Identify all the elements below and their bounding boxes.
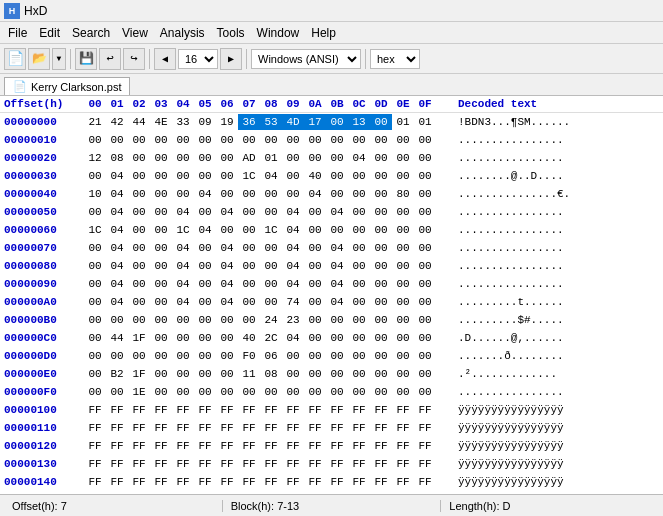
hex-byte[interactable]: 40 xyxy=(238,330,260,346)
hex-byte[interactable]: FF xyxy=(392,402,414,418)
hex-byte[interactable]: 00 xyxy=(84,330,106,346)
hex-byte[interactable]: 00 xyxy=(106,132,128,148)
hex-byte[interactable]: FF xyxy=(106,474,128,490)
hex-byte[interactable]: FF xyxy=(392,420,414,436)
hex-byte[interactable]: 00 xyxy=(414,366,436,382)
hex-byte[interactable]: 00 xyxy=(282,168,304,184)
hex-byte[interactable]: 00 xyxy=(194,204,216,220)
hex-byte[interactable]: FF xyxy=(304,456,326,472)
hex-byte[interactable]: FF xyxy=(326,420,348,436)
hex-byte[interactable]: 00 xyxy=(216,186,238,202)
hex-byte[interactable]: 53 xyxy=(260,114,282,130)
table-row[interactable]: 0000002012080000000000AD0100000004000000… xyxy=(0,149,663,167)
hex-byte[interactable]: 10 xyxy=(84,186,106,202)
hex-byte[interactable]: 00 xyxy=(238,384,260,400)
hex-byte[interactable]: 00 xyxy=(370,276,392,292)
hex-byte[interactable]: FF xyxy=(216,420,238,436)
hex-byte[interactable]: 00 xyxy=(128,348,150,364)
hex-byte[interactable]: 00 xyxy=(348,384,370,400)
hex-byte[interactable]: 00 xyxy=(216,348,238,364)
menu-view[interactable]: View xyxy=(116,24,154,42)
hex-byte[interactable]: 00 xyxy=(172,312,194,328)
hex-byte[interactable]: 00 xyxy=(150,348,172,364)
hex-byte[interactable]: FF xyxy=(216,456,238,472)
hex-byte[interactable]: FF xyxy=(194,402,216,418)
menu-edit[interactable]: Edit xyxy=(33,24,66,42)
hex-byte[interactable]: FF xyxy=(282,420,304,436)
hex-byte[interactable]: 00 xyxy=(150,258,172,274)
hex-byte[interactable]: FF xyxy=(84,402,106,418)
hex-byte[interactable]: 00 xyxy=(348,204,370,220)
hex-byte[interactable]: FF xyxy=(260,456,282,472)
table-row[interactable]: 000000E000B21F00000000110800000000000000… xyxy=(0,365,663,383)
hex-byte[interactable]: 00 xyxy=(238,312,260,328)
hex-byte[interactable]: 00 xyxy=(414,132,436,148)
hex-byte[interactable]: 00 xyxy=(348,366,370,382)
hex-byte[interactable]: 21 xyxy=(84,114,106,130)
encoding-select[interactable]: Windows (ANSI) UTF-8 xyxy=(251,49,361,69)
hex-byte[interactable]: 4D xyxy=(282,114,304,130)
table-row[interactable]: 00000120FFFFFFFFFFFFFFFFFFFFFFFFFFFFFFFF… xyxy=(0,437,663,455)
hex-byte[interactable]: 00 xyxy=(238,240,260,256)
hex-byte[interactable]: 00 xyxy=(392,366,414,382)
table-row[interactable]: 00000100FFFFFFFFFFFFFFFFFFFFFFFFFFFFFFFF… xyxy=(0,401,663,419)
hex-byte[interactable]: 00 xyxy=(172,366,194,382)
hex-byte[interactable]: 00 xyxy=(304,294,326,310)
hex-byte[interactable]: 00 xyxy=(392,348,414,364)
hex-byte[interactable]: 00 xyxy=(304,276,326,292)
hex-byte[interactable]: 00 xyxy=(348,132,370,148)
menu-tools[interactable]: Tools xyxy=(211,24,251,42)
hex-byte[interactable]: 00 xyxy=(414,348,436,364)
hex-byte[interactable]: 00 xyxy=(282,132,304,148)
hex-byte[interactable]: 1C xyxy=(238,168,260,184)
hex-byte[interactable]: 00 xyxy=(370,132,392,148)
hex-byte[interactable]: 00 xyxy=(260,258,282,274)
hex-byte[interactable]: 00 xyxy=(414,294,436,310)
hex-byte[interactable]: 04 xyxy=(216,276,238,292)
hex-byte[interactable]: 00 xyxy=(392,258,414,274)
hex-byte[interactable]: 00 xyxy=(282,384,304,400)
hex-byte[interactable]: 00 xyxy=(392,294,414,310)
hex-byte[interactable]: 00 xyxy=(216,384,238,400)
table-row[interactable]: 00000030000400000000001C0400400000000000… xyxy=(0,167,663,185)
hex-byte[interactable]: 00 xyxy=(392,312,414,328)
hex-byte[interactable]: 00 xyxy=(370,204,392,220)
menu-help[interactable]: Help xyxy=(305,24,342,42)
hex-byte[interactable]: FF xyxy=(392,438,414,454)
hex-byte[interactable]: FF xyxy=(414,474,436,490)
hex-byte[interactable]: 00 xyxy=(150,132,172,148)
hex-byte[interactable]: 04 xyxy=(172,258,194,274)
hex-byte[interactable]: FF xyxy=(348,438,370,454)
display-type-select[interactable]: hex dec xyxy=(370,49,420,69)
hex-byte[interactable]: 00 xyxy=(150,384,172,400)
hex-byte[interactable]: 00 xyxy=(282,348,304,364)
hex-byte[interactable]: 44 xyxy=(106,330,128,346)
hex-byte[interactable]: FF xyxy=(348,474,370,490)
hex-byte[interactable]: FF xyxy=(392,474,414,490)
hex-byte[interactable]: 00 xyxy=(172,348,194,364)
hex-byte[interactable]: 00 xyxy=(260,132,282,148)
hex-byte[interactable]: 08 xyxy=(260,366,282,382)
hex-byte[interactable]: 00 xyxy=(304,258,326,274)
hex-byte[interactable]: 00 xyxy=(150,150,172,166)
hex-byte[interactable]: 00 xyxy=(370,330,392,346)
hex-byte[interactable]: 00 xyxy=(414,384,436,400)
hex-byte[interactable]: 19 xyxy=(216,114,238,130)
hex-byte[interactable]: 04 xyxy=(326,240,348,256)
table-row[interactable]: 000000B000000000000000002423000000000000… xyxy=(0,311,663,329)
hex-byte[interactable]: FF xyxy=(414,420,436,436)
hex-byte[interactable]: 00 xyxy=(128,276,150,292)
hex-byte[interactable]: 00 xyxy=(238,132,260,148)
hex-byte[interactable]: 00 xyxy=(238,294,260,310)
hex-byte[interactable]: AD xyxy=(238,150,260,166)
hex-byte[interactable]: 17 xyxy=(304,114,326,130)
hex-byte[interactable]: 08 xyxy=(106,150,128,166)
table-row[interactable]: 0000008000040000040004000004000400000000… xyxy=(0,257,663,275)
hex-byte[interactable]: 11 xyxy=(238,366,260,382)
table-row[interactable]: 000000F000001E00000000000000000000000000… xyxy=(0,383,663,401)
hex-byte[interactable]: 00 xyxy=(304,330,326,346)
hex-byte[interactable]: 00 xyxy=(128,240,150,256)
hex-byte[interactable]: 00 xyxy=(326,312,348,328)
hex-byte[interactable]: FF xyxy=(282,438,304,454)
hex-byte[interactable]: 00 xyxy=(128,168,150,184)
